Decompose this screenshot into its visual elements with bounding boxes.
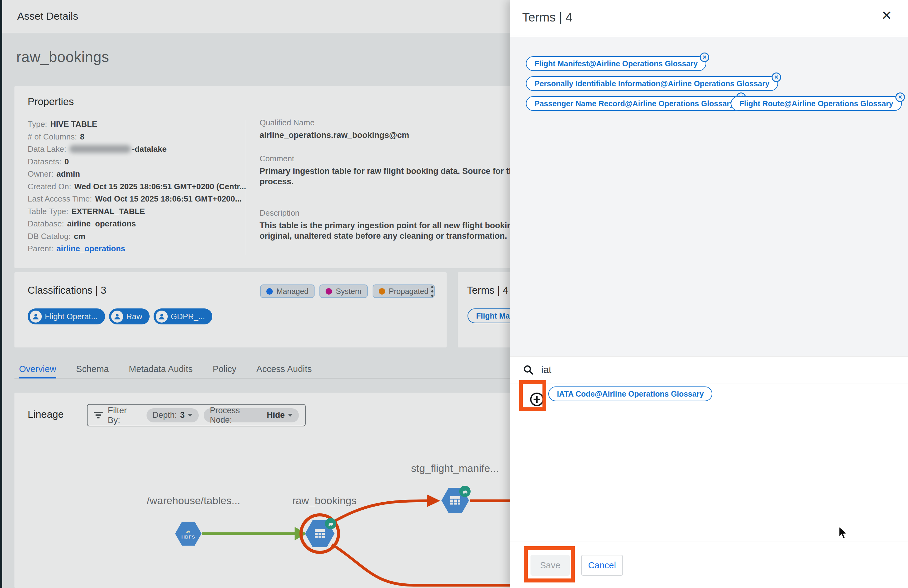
remove-term-icon[interactable]: ✕ <box>772 72 781 82</box>
search-input[interactable]: iat <box>541 364 551 375</box>
drawer-header: Terms | 4 ✕ <box>510 0 908 36</box>
annotation-box-save-button <box>524 546 575 583</box>
term-chip-label: Passenger Name Record@Airline Operations… <box>534 99 734 108</box>
close-icon[interactable]: ✕ <box>881 9 892 22</box>
selected-term-chip[interactable]: Personally Identifiable Information@Airl… <box>526 76 778 91</box>
search-icon <box>523 364 534 375</box>
modal-dim-overlay <box>0 0 510 588</box>
selected-term-chip[interactable]: Flight Route@Airline Operations Glossary… <box>731 96 902 111</box>
mouse-cursor <box>837 526 850 540</box>
suggested-term-chip[interactable]: IATA Code@Airline Operations Glossary <box>548 387 712 401</box>
remove-term-icon[interactable]: ✕ <box>895 92 905 102</box>
term-chip-label: Flight Manifest@Airline Operations Gloss… <box>534 59 697 68</box>
term-chip-label: Personally Identifiable Information@Airl… <box>534 79 770 88</box>
screen: Asset Details raw_bookings Properties Ty… <box>0 0 908 588</box>
term-suggestion-row: IATA Code@Airline Operations Glossary <box>510 383 908 420</box>
annotation-box-add-icon <box>519 380 546 411</box>
drawer-title: Terms | 4 <box>522 10 573 24</box>
cancel-button[interactable]: Cancel <box>581 555 623 576</box>
term-chip-label: Flight Route@Airline Operations Glossary <box>739 99 893 108</box>
term-search-row[interactable]: iat <box>510 356 908 383</box>
selected-term-chip[interactable]: Passenger Name Record@Airline Operations… <box>526 96 743 111</box>
terms-drawer: Terms | 4 ✕ iat IATA Code@Airline Operat… <box>510 0 908 588</box>
footer-divider <box>510 541 908 542</box>
selected-term-chip[interactable]: Flight Manifest@Airline Operations Gloss… <box>526 56 706 71</box>
